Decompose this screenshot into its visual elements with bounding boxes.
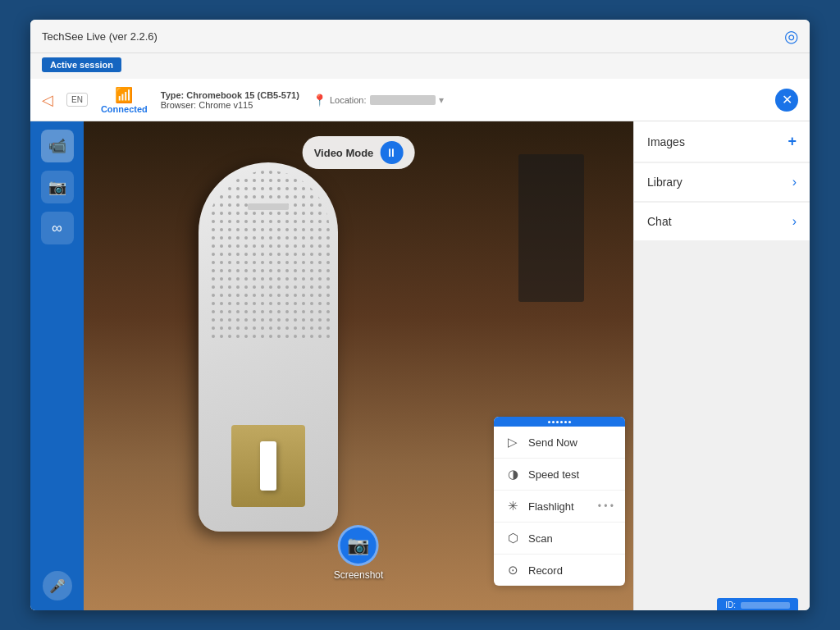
router-mesh-pattern: [207, 171, 330, 433]
ar-icon: ∞: [52, 220, 62, 237]
images-label: Images: [647, 135, 685, 148]
device-info: Type: Chromebook 15 (CB5-571) Browser: C…: [161, 90, 299, 110]
session-id-badge: ID:: [717, 598, 798, 610]
chat-item-right: ›: [792, 214, 797, 229]
images-plus-icon: +: [788, 133, 797, 150]
back-icon[interactable]: ◁: [42, 91, 53, 109]
dot4: [560, 421, 563, 423]
send-now-item[interactable]: ▷ Send Now: [494, 427, 625, 459]
active-session-badge: Active session: [42, 57, 121, 72]
dot2: [552, 421, 555, 423]
library-item-right: ›: [792, 175, 797, 189]
right-panel: Images + Library › Chat ›: [633, 121, 810, 610]
connection-bar: ◁ EN 📶 Connected Type: Chromebook 15 (CB…: [30, 79, 810, 121]
language-selector[interactable]: EN: [66, 93, 88, 107]
dot1: [548, 421, 550, 423]
library-label: Library: [647, 176, 682, 189]
background-monitor: [518, 154, 584, 302]
location-value-blurred: [370, 95, 436, 105]
flashlight-icon: ✳: [505, 499, 520, 514]
record-item[interactable]: ⊙ Record: [494, 555, 625, 586]
images-item-right: +: [788, 133, 797, 150]
sidebar-bottom: 🎤: [43, 571, 72, 600]
camera-screenshot-icon: 📷: [347, 535, 369, 556]
wifi-connected-label: Connected: [101, 104, 148, 114]
chat-label: Chat: [647, 215, 672, 228]
video-mode-badge: Video Mode ⏸: [303, 136, 415, 169]
location-dropdown-icon[interactable]: ▾: [439, 94, 444, 106]
screenshot-button-wrap: 📷 Screenshot: [334, 525, 384, 581]
send-now-icon: ▷: [505, 435, 520, 450]
record-label: Record: [528, 564, 563, 577]
device-type-value: Chromebook 15 (CB5-571): [186, 90, 299, 100]
ar-mode-button[interactable]: ∞: [41, 212, 74, 244]
screenshot-label: Screenshot: [334, 569, 384, 581]
wifi-status: 📶 Connected: [101, 86, 148, 114]
dot6: [568, 421, 571, 423]
wifi-icon: 📶: [115, 86, 133, 104]
microphone-button[interactable]: 🎤: [43, 571, 72, 600]
scan-item[interactable]: ⬡ Scan: [494, 523, 625, 555]
images-panel-item[interactable]: Images +: [634, 121, 810, 162]
video-mode-label: Video Mode: [314, 147, 374, 159]
speed-test-item[interactable]: ◑ Speed test: [494, 459, 625, 491]
browser-value: Chrome v115: [199, 100, 253, 110]
dot5: [564, 421, 567, 423]
mic-icon: 🎤: [49, 578, 66, 594]
flashlight-label: Flashlight: [528, 500, 574, 513]
location-info: 📍 Location: ▾: [313, 94, 444, 107]
app-title: TechSee Live (ver 2.2.6): [42, 30, 158, 43]
main-area: 📹 📷 ∞ 🎤: [30, 121, 810, 610]
library-panel-item[interactable]: Library ›: [634, 163, 810, 201]
device-type-label: Type:: [161, 90, 185, 100]
active-session-bar: Active session: [30, 53, 810, 79]
location-icon: 📍: [313, 94, 326, 107]
speed-test-label: Speed test: [528, 468, 579, 481]
send-now-label: Send Now: [528, 436, 578, 449]
video-icon: 📹: [48, 137, 66, 155]
app-window: TechSee Live (ver 2.2.6) ◎ Active sessio…: [30, 20, 810, 610]
speed-test-icon: ◑: [505, 467, 520, 482]
dot3: [556, 421, 559, 423]
techsee-icon: ◎: [784, 26, 798, 46]
device-type: Type: Chromebook 15 (CB5-571): [161, 90, 299, 100]
language-label: EN: [71, 95, 83, 104]
router-body: [199, 162, 338, 532]
close-session-button[interactable]: ✕: [775, 89, 798, 112]
title-bar: TechSee Live (ver 2.2.6) ◎: [30, 20, 810, 53]
router-cable-area: [231, 425, 305, 507]
left-sidebar: 📹 📷 ∞ 🎤: [30, 121, 84, 610]
flashlight-extra: • • •: [598, 500, 614, 512]
camera-icon: 📷: [48, 178, 66, 196]
location-label: Location:: [330, 95, 367, 105]
screenshot-button[interactable]: 📷: [338, 525, 379, 566]
browser-info: Browser: Chrome v115: [161, 100, 299, 110]
title-bar-left: TechSee Live (ver 2.2.6): [42, 30, 158, 43]
record-icon: ⊙: [505, 563, 520, 578]
flashlight-item[interactable]: ✳ Flashlight • • •: [494, 491, 625, 523]
chat-chevron-icon: ›: [792, 214, 797, 229]
chat-panel-item[interactable]: Chat ›: [634, 203, 810, 240]
browser-label: Browser:: [161, 100, 196, 110]
pause-button[interactable]: ⏸: [380, 141, 403, 164]
context-menu-dots: [548, 421, 571, 423]
scan-icon: ⬡: [505, 531, 520, 546]
context-menu-header: [494, 417, 625, 427]
router-stripe: [248, 203, 289, 210]
video-area: Video Mode ⏸ 📷 Screenshot: [84, 121, 633, 610]
video-mode-button[interactable]: 📹: [41, 130, 74, 162]
session-id-label: ID:: [725, 600, 736, 609]
session-id-value-blurred: [741, 602, 790, 609]
photo-mode-button[interactable]: 📷: [41, 171, 74, 203]
context-menu: ▷ Send Now ◑ Speed test ✳ Flashlight • •…: [494, 417, 625, 586]
library-chevron-icon: ›: [792, 175, 797, 189]
scan-label: Scan: [528, 532, 553, 545]
